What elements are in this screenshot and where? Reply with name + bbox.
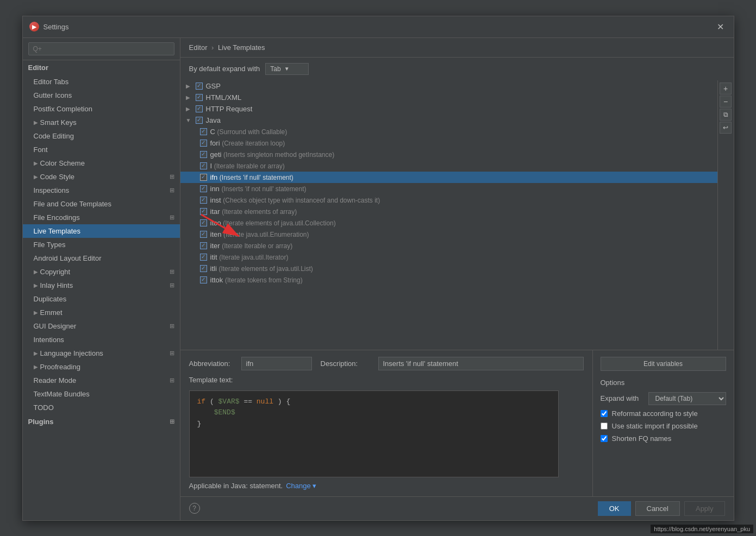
sidebar-item-postfix-completion[interactable]: Postfix Completion <box>23 102 180 116</box>
template-item-ittok[interactable]: ittok (Iterate tokens from String) <box>180 274 717 286</box>
side-buttons: + − ⧉ ↩ <box>717 80 734 350</box>
template-item-fori[interactable]: fori (Create iteration loop) <box>180 137 717 149</box>
sidebar-item-editor-tabs[interactable]: Editor Tabs <box>23 75 180 89</box>
sidebar-item-inspections[interactable]: Inspections ⊞ <box>23 184 180 197</box>
template-item-itit[interactable]: itit (Iterate java.util.Iterator) <box>180 251 717 263</box>
sidebar-item-file-encodings[interactable]: File Encodings ⊞ <box>23 211 180 224</box>
ifn-checkbox[interactable] <box>200 174 207 181</box>
sidebar-item-file-code-templates[interactable]: File and Code Templates <box>23 197 180 211</box>
sidebar-section-editor[interactable]: Editor <box>23 60 180 75</box>
sidebar-item-file-types[interactable]: File Types <box>23 238 180 251</box>
color-scheme-arrow: ▶ <box>34 160 38 166</box>
code-line-3: } <box>197 419 551 430</box>
template-item-geti[interactable]: geti (Inserts singleton method getInstan… <box>180 149 717 160</box>
itco-checkbox[interactable] <box>200 219 207 226</box>
shorten-fq-checkbox[interactable] <box>601 435 608 442</box>
applicable-label: Applicable in Java: statement. <box>189 482 283 490</box>
restore-button[interactable]: ↩ <box>720 122 732 134</box>
static-import-row: Use static import if possible <box>601 422 726 430</box>
template-item-iten[interactable]: iten (Iterate java.util.Enumeration) <box>180 229 717 240</box>
ittok-checkbox[interactable] <box>200 276 207 283</box>
sidebar-item-intentions[interactable]: Intentions <box>23 333 180 346</box>
reader-mode-page-icon: ⊞ <box>170 377 174 384</box>
sidebar-item-font[interactable]: Font <box>23 143 180 156</box>
template-item-ifn[interactable]: ifn (Inserts 'if null' statement) <box>180 172 717 183</box>
itit-checkbox[interactable] <box>200 254 207 261</box>
edit-variables-button[interactable]: Edit variables <box>601 357 726 371</box>
template-editor[interactable]: if ( $VAR$ == null ) { $END$ } <box>189 390 559 477</box>
inst-checkbox[interactable] <box>200 197 207 204</box>
ok-button[interactable]: OK <box>598 501 631 516</box>
l-label: I (Iterate Iterable or array) <box>210 162 712 170</box>
description-input[interactable] <box>378 357 584 370</box>
sidebar-item-language-injections[interactable]: ▶ Language Injections ⊞ <box>23 346 180 360</box>
sidebar-item-textmate-bundles[interactable]: TextMate Bundles <box>23 387 180 401</box>
group-java[interactable]: ▼ Java <box>180 115 717 126</box>
abbreviation-input[interactable] <box>241 357 312 370</box>
itco-label: itco (Iterate elements of java.util.Coll… <box>210 219 712 227</box>
gsp-checkbox[interactable] <box>196 83 203 90</box>
sidebar-item-gutter-icons[interactable]: Gutter Icons <box>23 89 180 102</box>
change-link[interactable]: Change ▾ <box>286 482 316 490</box>
reformat-checkbox[interactable] <box>601 410 608 417</box>
template-item-inn[interactable]: inn (Inserts 'if not null' statement) <box>180 183 717 194</box>
template-item-itco[interactable]: itco (Iterate elements of java.util.Coll… <box>180 217 717 229</box>
reformat-row: Reformat according to style <box>601 409 726 418</box>
expand-with-dropdown[interactable]: Default (Tab) <box>648 392 726 405</box>
inn-checkbox[interactable] <box>200 185 207 192</box>
fori-checkbox[interactable] <box>200 140 207 147</box>
sidebar-item-gui-designer[interactable]: GUI Designer ⊞ <box>23 319 180 333</box>
http-request-checkbox[interactable] <box>196 105 203 112</box>
sidebar-item-smart-keys[interactable]: ▶ Smart Keys <box>23 116 180 129</box>
sidebar-item-duplicates[interactable]: Duplicates <box>23 292 180 306</box>
template-text-label: Template text: <box>189 376 233 384</box>
sidebar-item-live-templates[interactable]: Live Templates <box>23 224 180 238</box>
itli-label: itli (Iterate elements of java.util.List… <box>210 264 712 273</box>
group-http-request[interactable]: ▶ HTTP Request <box>180 103 717 115</box>
template-item-iter[interactable]: iter (Iterate Iterable or array) <box>180 240 717 251</box>
geti-checkbox[interactable] <box>200 151 207 158</box>
http-request-arrow: ▶ <box>186 106 192 112</box>
sidebar-item-todo[interactable]: TODO <box>23 401 180 414</box>
static-import-checkbox[interactable] <box>601 423 608 430</box>
add-button[interactable]: + <box>720 83 732 94</box>
remove-button[interactable]: − <box>720 96 732 108</box>
apply-button[interactable]: Apply <box>684 501 725 516</box>
cancel-button[interactable]: Cancel <box>635 501 680 516</box>
sidebar-section-plugins[interactable]: Plugins ⊞ <box>23 414 180 429</box>
html-xml-checkbox[interactable] <box>196 94 203 101</box>
template-item-itar[interactable]: itar (Iterate elements of array) <box>180 206 717 217</box>
sidebar-item-code-editing[interactable]: Code Editing <box>23 129 180 143</box>
itar-checkbox[interactable] <box>200 208 207 215</box>
sidebar-item-android-layout-editor[interactable]: Android Layout Editor <box>23 251 180 265</box>
itli-checkbox[interactable] <box>200 265 207 272</box>
template-item-c[interactable]: C (Surround with Callable) <box>180 126 717 137</box>
template-item-itli[interactable]: itli (Iterate elements of java.util.List… <box>180 263 717 274</box>
copy-button[interactable]: ⧉ <box>720 109 732 121</box>
sidebar-item-reader-mode[interactable]: Reader Mode ⊞ <box>23 374 180 387</box>
help-button[interactable]: ? <box>189 503 200 514</box>
group-html-xml[interactable]: ▶ HTML/XML <box>180 92 717 103</box>
template-text-header: Template text: <box>189 376 584 387</box>
expand-dropdown[interactable]: Tab ▼ <box>265 63 309 75</box>
toolbar: By default expand with Tab ▼ <box>180 58 734 80</box>
template-item-inst[interactable]: inst (Checks object type with instanceof… <box>180 194 717 206</box>
template-item-l[interactable]: I (Iterate Iterable or array) <box>180 160 717 172</box>
breadcrumb-live-templates: Live Templates <box>218 43 265 52</box>
group-gsp[interactable]: ▶ GSP <box>180 80 717 92</box>
html-xml-label: HTML/XML <box>206 93 712 102</box>
c-checkbox[interactable] <box>200 128 207 135</box>
inn-label: inn (Inserts 'if not null' statement) <box>210 185 712 193</box>
sidebar-item-copyright[interactable]: ▶ Copyright ⊞ <box>23 265 180 279</box>
close-button[interactable]: ✕ <box>714 21 727 33</box>
sidebar-item-code-style[interactable]: ▶ Code Style ⊞ <box>23 170 180 184</box>
search-input[interactable] <box>28 42 174 55</box>
sidebar-item-emmet[interactable]: ▶ Emmet <box>23 306 180 319</box>
iter-checkbox[interactable] <box>200 242 207 249</box>
sidebar-item-color-scheme[interactable]: ▶ Color Scheme <box>23 156 180 170</box>
sidebar-item-inlay-hints[interactable]: ▶ Inlay Hints ⊞ <box>23 279 180 292</box>
sidebar-item-proofreading[interactable]: ▶ Proofreading <box>23 360 180 374</box>
iten-checkbox[interactable] <box>200 231 207 238</box>
java-checkbox[interactable] <box>196 117 203 124</box>
l-checkbox[interactable] <box>200 162 207 169</box>
